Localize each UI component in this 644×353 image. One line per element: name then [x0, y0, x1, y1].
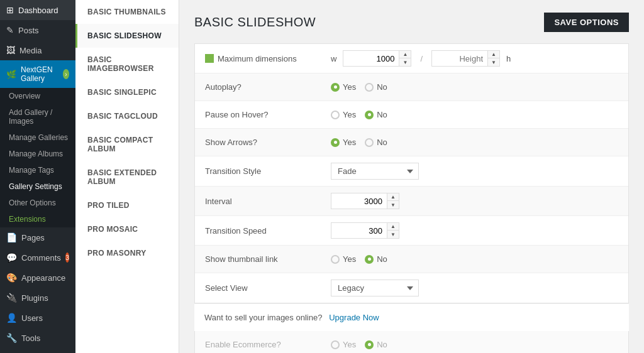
interval-input[interactable] [331, 193, 387, 209]
dimensions-checkbox[interactable] [205, 54, 214, 63]
nav-basic-singlepic[interactable]: BASIC SINGLEPIC [75, 80, 179, 104]
thumbnail-link-no[interactable]: No [365, 254, 387, 264]
w-spinner-down[interactable]: ▼ [399, 58, 411, 66]
nav-pro-masonry[interactable]: PRO MASONRY [75, 241, 179, 265]
ecommerce-no[interactable]: No [365, 340, 387, 349]
sidebar: ⊞ Dashboard ✎ Posts 🖼 Media 🌿 NextGEN Ga… [0, 0, 75, 353]
sidebar-item-pages[interactable]: 📄 Pages [0, 227, 75, 247]
show-arrows-label: Show Arrows? [205, 138, 331, 147]
upgrade-row: Want to sell your images online? Upgrade… [194, 303, 629, 331]
sidebar-item-comments[interactable]: 💬 Comments 3 [0, 247, 75, 268]
sidebar-item-manage-albums[interactable]: Manage Albums [0, 146, 75, 162]
transition-style-select[interactable]: Fade Slide None [331, 163, 419, 180]
sidebar-item-users[interactable]: 👤 Users [0, 308, 75, 328]
autoplay-no[interactable]: No [365, 82, 387, 92]
nav-basic-slideshow[interactable]: BASIC SLIDESHOW [75, 24, 179, 48]
nav-item-label: BASIC TAGCLOUD [87, 112, 158, 121]
autoplay-yes-label: Yes [343, 82, 356, 92]
pause-hover-no-label: No [377, 110, 387, 119]
interval-control: ▲ ▼ [331, 193, 618, 209]
autoplay-label: Autoplay? [205, 82, 331, 92]
nav-item-label: PRO MASONRY [87, 249, 147, 258]
nextgen-badge: › [63, 69, 69, 79]
sidebar-item-gallery-settings[interactable]: Gallery Settings [0, 178, 75, 195]
show-arrows-no-dot [365, 138, 374, 147]
speed-spinner-up[interactable]: ▲ [387, 223, 399, 231]
w-spinner-up[interactable]: ▲ [399, 51, 411, 58]
pause-hover-no[interactable]: No [365, 110, 387, 119]
pause-hover-yes-label: Yes [343, 110, 356, 119]
sidebar-item-label: Appearance [21, 273, 65, 283]
h-spinner-down[interactable]: ▼ [488, 58, 499, 66]
comments-icon: 💬 [6, 253, 17, 263]
nav-item-label: BASIC SINGLEPIC [87, 88, 157, 97]
sidebar-item-settings[interactable]: ⚙ Settings [0, 348, 75, 353]
main-content: BASIC SLIDESHOW SAVE OPTIONS Maximum dim… [179, 0, 644, 353]
interval-spinner-down[interactable]: ▼ [387, 201, 399, 209]
thumbnail-link-no-label: No [377, 254, 387, 264]
page-title: BASIC SLIDESHOW [194, 15, 316, 30]
autoplay-yes[interactable]: Yes [331, 82, 356, 92]
sidebar-item-nextgen[interactable]: 🌿 NextGEN Gallery › [0, 60, 75, 88]
autoplay-no-label: No [377, 82, 387, 92]
sidebar-item-dashboard[interactable]: ⊞ Dashboard [0, 0, 75, 20]
sidebar-item-appearance[interactable]: 🎨 Appearance [0, 268, 75, 288]
nav-basic-compact-album[interactable]: BASIC COMPACT ALBUM [75, 128, 179, 161]
upgrade-text: Want to sell your images online? [204, 313, 322, 322]
sidebar-item-plugins[interactable]: 🔌 Plugins [0, 288, 75, 308]
sidebar-item-manage-galleries[interactable]: Manage Galleries [0, 129, 75, 146]
settings-row-pause-hover: Pause on Hover? Yes No [195, 101, 628, 129]
nav-basic-tagcloud[interactable]: BASIC TAGCLOUD [75, 104, 179, 128]
nav-basic-thumbnails[interactable]: BASIC THUMBNAILS [75, 0, 179, 24]
sidebar-item-label: Media [19, 46, 42, 55]
nav-item-label: BASIC EXTENDED ALBUM [87, 168, 157, 186]
nav-pro-tiled[interactable]: PRO TILED [75, 193, 179, 217]
settings-row-thumbnail-link: Show thumbnail link Yes No [195, 246, 628, 273]
ecommerce-control: Yes No [331, 340, 618, 349]
main-header: BASIC SLIDESHOW SAVE OPTIONS [194, 13, 629, 32]
sidebar-item-posts[interactable]: ✎ Posts [0, 20, 75, 40]
w-spinners: ▲ ▼ [399, 50, 411, 67]
width-input[interactable] [343, 50, 399, 67]
sidebar-item-add-gallery[interactable]: Add Gallery / Images [0, 104, 75, 129]
nav-basic-extended-album[interactable]: BASIC EXTENDED ALBUM [75, 161, 179, 193]
autoplay-no-dot [365, 83, 374, 92]
transition-speed-input[interactable] [331, 222, 387, 239]
sidebar-item-label: Dashboard [18, 6, 58, 15]
sidebar-item-label: Pages [21, 233, 45, 242]
interval-spinner-up[interactable]: ▲ [387, 193, 399, 201]
sidebar-submenu-label: Overview [9, 92, 40, 100]
sidebar-item-media[interactable]: 🖼 Media [0, 40, 75, 60]
pause-hover-yes[interactable]: Yes [331, 110, 356, 119]
settings-row-autoplay: Autoplay? Yes No [195, 73, 628, 101]
nav-pro-mosaic[interactable]: PRO MOSAIC [75, 217, 179, 241]
thumbnail-link-no-dot [365, 255, 374, 264]
sidebar-item-label: Plugins [21, 293, 48, 303]
save-options-button[interactable]: SAVE OPTIONS [544, 13, 629, 32]
speed-spinner-down[interactable]: ▼ [387, 231, 399, 238]
ecommerce-yes[interactable]: Yes [331, 340, 356, 349]
transition-style-label: Transition Style [205, 166, 331, 176]
w-input-group: ▲ ▼ [343, 50, 411, 67]
h-spinner-up[interactable]: ▲ [488, 51, 499, 58]
sidebar-item-manage-tags[interactable]: Manage Tags [0, 162, 75, 178]
sidebar-item-overview[interactable]: Overview [0, 88, 75, 104]
height-input[interactable] [431, 50, 488, 67]
transition-speed-control: ▲ ▼ [331, 222, 618, 239]
nav-basic-imagebrowser[interactable]: BASIC IMAGEBROWSER [75, 48, 179, 80]
upgrade-now-link[interactable]: Upgrade Now [329, 313, 379, 322]
sidebar-item-label: Comments [21, 253, 61, 263]
interval-spinners: ▲ ▼ [387, 193, 399, 209]
dimensions-label-text: Maximum dimensions [218, 54, 297, 63]
transition-speed-label: Transition Speed [205, 226, 331, 236]
show-arrows-no[interactable]: No [365, 138, 387, 147]
show-arrows-yes[interactable]: Yes [331, 138, 356, 147]
select-view-select[interactable]: Legacy Default [331, 280, 419, 296]
autoplay-control: Yes No [331, 82, 618, 92]
sidebar-item-other-options[interactable]: Other Options [0, 195, 75, 211]
plugins-icon: 🔌 [6, 293, 17, 303]
sidebar-item-extensions[interactable]: Extensions [0, 211, 75, 227]
thumbnail-link-yes[interactable]: Yes [331, 254, 356, 264]
sidebar-item-tools[interactable]: 🔧 Tools [0, 328, 75, 348]
autoplay-yes-dot [331, 83, 340, 92]
